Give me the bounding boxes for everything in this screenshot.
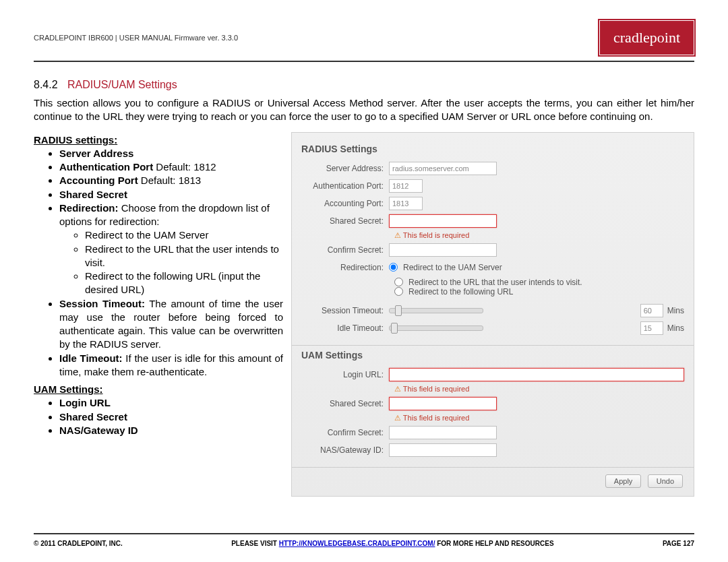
doc-title: CRADLEPOINT IBR600 | USER MANUAL Firmwar… <box>34 34 238 42</box>
brand-logo: cradlepoint <box>599 20 694 55</box>
server-address-input[interactable] <box>389 162 497 175</box>
section-name: RADIUS/UAM Settings <box>67 79 177 90</box>
shared-secret-label: Shared Secret: <box>301 216 389 226</box>
footer-copyright: © 2011 CRADLEPOINT, INC. <box>34 540 123 547</box>
server-address-label: Server Address: <box>301 164 389 173</box>
shared-secret-error: This field is required <box>394 231 684 240</box>
confirm-secret-label: Confirm Secret: <box>301 245 389 255</box>
uam-confirm-label: Confirm Secret: <box>301 428 389 437</box>
auth-port-input[interactable] <box>389 179 423 193</box>
redirect-intended-text: Redirect to the URL that the user intend… <box>408 278 582 287</box>
shared-secret-input[interactable] <box>389 214 497 228</box>
footer-help: PLEASE VISIT HTTP://KNOWLEDGEBASE.CRADLE… <box>123 540 663 547</box>
apply-button[interactable]: Apply <box>605 474 642 488</box>
login-url-error: This field is required <box>394 385 684 394</box>
redirect-following-radio[interactable] <box>394 287 403 296</box>
section-intro: This section allows you to configure a R… <box>34 96 694 124</box>
redirect-uam-radio[interactable] <box>389 263 398 272</box>
uam-secret-label: Shared Secret: <box>301 399 389 408</box>
footer-page: PAGE 127 <box>663 540 694 547</box>
redirect-uam-text: Redirect to the UAM Server <box>403 263 502 272</box>
acct-port-input[interactable] <box>389 197 423 210</box>
session-timeout-slider[interactable] <box>389 308 483 313</box>
auth-port-label: Authentication Port: <box>301 181 389 191</box>
radius-panel-title: RADIUS Settings <box>301 144 684 154</box>
idle-mins: Mins <box>667 323 684 333</box>
section-number: 8.4.2 <box>34 79 58 90</box>
idle-timeout-label: Idle Timeout: <box>301 323 389 333</box>
idle-timeout-slider[interactable] <box>389 325 483 331</box>
nas-id-input[interactable] <box>389 443 497 457</box>
nas-id-label: NAS/Gateway ID: <box>301 445 389 455</box>
uam-panel-title: UAM Settings <box>301 350 684 361</box>
uam-secret-error: This field is required <box>394 414 684 423</box>
redirect-intended-radio[interactable] <box>394 278 403 286</box>
radius-settings-subhead: RADIUS settings: <box>34 133 283 147</box>
undo-button[interactable]: Undo <box>648 474 683 488</box>
login-url-label: Login URL: <box>301 370 389 379</box>
section-heading: 8.4.2 RADIUS/UAM Settings <box>34 79 694 91</box>
footer-link[interactable]: HTTP://KNOWLEDGEBASE.CRADLEPOINT.COM/ <box>279 540 435 547</box>
radius-bullet-list: Server Address Authentication Port Defau… <box>34 147 283 379</box>
login-url-input[interactable] <box>389 368 684 381</box>
session-timeout-value[interactable] <box>640 304 663 317</box>
uam-secret-input[interactable] <box>389 397 497 410</box>
uam-confirm-input[interactable] <box>389 426 497 439</box>
confirm-secret-input[interactable] <box>389 243 497 257</box>
redirection-label: Redirection: <box>301 263 389 272</box>
session-mins: Mins <box>667 306 684 315</box>
redirect-following-text: Redirect to the following URL <box>408 287 513 296</box>
session-timeout-label: Session Timeout: <box>301 306 389 315</box>
settings-panel: RADIUS Settings Server Address: Authenti… <box>291 132 694 497</box>
acct-port-label: Accounting Port: <box>301 199 389 208</box>
uam-bullet-list: Login URL Shared Secret NAS/Gateway ID <box>34 396 283 437</box>
uam-settings-subhead: UAM Settings: <box>34 383 283 396</box>
idle-timeout-value[interactable] <box>640 321 663 335</box>
